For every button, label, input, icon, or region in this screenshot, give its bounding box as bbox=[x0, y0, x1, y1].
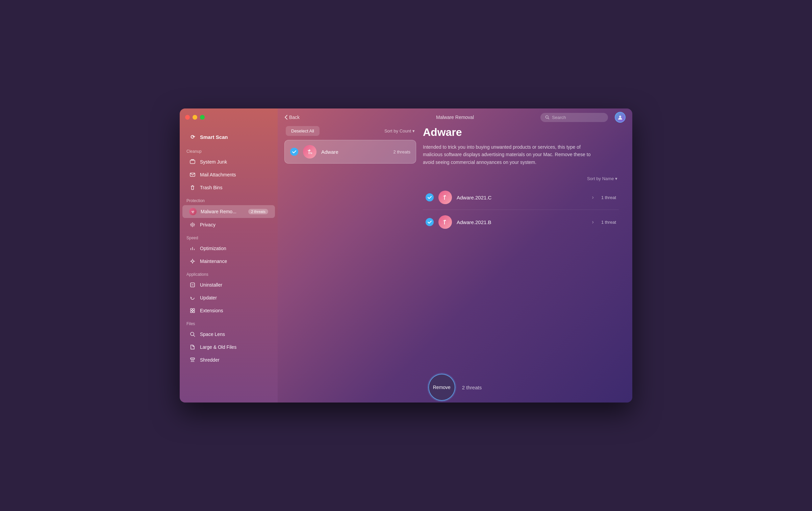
section-label-cleanup: Cleanup bbox=[180, 145, 278, 155]
list-panel: Deselect All Sort by Count ▾ bbox=[284, 126, 416, 365]
sub-threat-adware-2021-c[interactable]: Adware.2021.C › 1 threat bbox=[423, 185, 619, 210]
fullscreen-button[interactable] bbox=[200, 115, 205, 120]
sort-by-name-button[interactable]: Sort by Name ▾ bbox=[587, 176, 617, 181]
shredder-icon bbox=[189, 357, 196, 363]
smart-scan-icon: ⟳ bbox=[189, 133, 196, 140]
sidebar-item-smart-scan[interactable]: ⟳ Smart Scan bbox=[182, 130, 275, 144]
sidebar-item-privacy[interactable]: Privacy bbox=[182, 219, 275, 231]
sidebar-item-optimization[interactable]: Optimization bbox=[182, 242, 275, 254]
sidebar-item-label: Privacy bbox=[200, 222, 215, 227]
svg-line-18 bbox=[194, 335, 195, 337]
sidebar-item-uninstaller[interactable]: Uninstaller bbox=[182, 279, 275, 291]
optimization-icon bbox=[189, 245, 196, 252]
checkbox-adware[interactable] bbox=[290, 148, 298, 156]
section-label-applications: Applications bbox=[180, 268, 278, 278]
sub-threat-adware-2021-b[interactable]: Adware.2021.B › 1 threat bbox=[423, 210, 619, 234]
svg-rect-0 bbox=[190, 160, 195, 164]
sub-threat-count-adware-2021-c: 1 threat bbox=[601, 195, 616, 200]
sidebar-item-malware-removal[interactable]: ☣ Malware Remo... 2 threats bbox=[182, 205, 275, 218]
topbar-title: Malware Removal bbox=[436, 115, 474, 120]
sidebar-item-system-junk[interactable]: System Junk bbox=[182, 156, 275, 168]
deselect-all-button[interactable]: Deselect All bbox=[286, 126, 320, 136]
svg-rect-14 bbox=[193, 309, 195, 310]
sidebar-item-mail-attachments[interactable]: Mail Attachments bbox=[182, 169, 275, 181]
bottom-bar: Remove 2 threats bbox=[278, 372, 632, 403]
sidebar-item-label: Uninstaller bbox=[200, 282, 222, 288]
sidebar-item-label: Space Lens bbox=[200, 332, 225, 337]
maintenance-icon bbox=[189, 258, 196, 265]
svg-point-17 bbox=[191, 332, 194, 336]
checkbox-adware-2021-c[interactable] bbox=[426, 193, 434, 201]
privacy-icon bbox=[189, 221, 196, 228]
content-area: Deselect All Sort by Count ▾ bbox=[278, 126, 632, 372]
sort-by-count-button[interactable]: Sort by Count ▾ bbox=[384, 128, 415, 133]
avatar-icon bbox=[617, 114, 623, 120]
adware-2021-c-icon bbox=[438, 191, 452, 204]
sub-list-toolbar: Sort by Name ▾ bbox=[423, 176, 619, 181]
section-label-files: Files bbox=[180, 317, 278, 327]
sidebar-item-large-old-files[interactable]: Large & Old Files bbox=[182, 341, 275, 353]
svg-rect-28 bbox=[311, 152, 312, 154]
threat-name-adware: Adware bbox=[321, 149, 388, 155]
sidebar-nav: ⟳ Smart Scan Cleanup System Junk bbox=[180, 126, 278, 403]
svg-point-6 bbox=[192, 260, 194, 262]
sidebar: ⟳ Smart Scan Cleanup System Junk bbox=[180, 108, 278, 403]
svg-line-20 bbox=[191, 360, 192, 362]
uninstaller-icon bbox=[189, 282, 196, 288]
threat-count-adware: 2 threats bbox=[393, 149, 410, 154]
section-label-protection: Protection bbox=[180, 194, 278, 204]
threat-item-adware[interactable]: Adware 2 threats bbox=[284, 140, 416, 164]
adware-icon bbox=[303, 145, 316, 159]
detail-panel: Adware Intended to trick you into buying… bbox=[416, 126, 626, 365]
search-icon bbox=[545, 115, 549, 120]
svg-line-25 bbox=[548, 118, 549, 119]
sub-threat-list: Adware.2021.C › 1 threat bbox=[423, 185, 619, 234]
sub-threat-count-adware-2021-b: 1 threat bbox=[601, 220, 616, 225]
sidebar-item-label: System Junk bbox=[200, 159, 227, 165]
svg-rect-19 bbox=[191, 358, 195, 359]
sidebar-item-label: Optimization bbox=[200, 246, 226, 251]
detail-description: Intended to trick you into buying unwant… bbox=[423, 143, 599, 166]
minimize-button[interactable] bbox=[193, 115, 197, 120]
sidebar-item-label: Updater bbox=[200, 295, 217, 300]
sidebar-item-shredder[interactable]: Shredder bbox=[182, 354, 275, 366]
adware-2021-b-icon bbox=[438, 215, 452, 229]
traffic-lights bbox=[185, 115, 205, 120]
app-window: ⟳ Smart Scan Cleanup System Junk bbox=[180, 108, 632, 403]
main-content: Back Malware Removal bbox=[278, 108, 632, 403]
mail-attachments-icon bbox=[189, 171, 196, 178]
large-old-files-icon bbox=[189, 344, 196, 350]
sidebar-item-label: Mail Attachments bbox=[200, 172, 236, 177]
search-input[interactable] bbox=[552, 115, 603, 120]
remove-button[interactable]: Remove bbox=[428, 374, 455, 401]
malware-removal-icon: ☣ bbox=[189, 208, 197, 215]
sidebar-item-maintenance[interactable]: Maintenance bbox=[182, 255, 275, 267]
sidebar-item-label: Malware Remo... bbox=[201, 209, 236, 214]
svg-rect-15 bbox=[191, 311, 192, 313]
chevron-right-icon: › bbox=[592, 194, 594, 200]
chevron-right-icon-2: › bbox=[592, 219, 594, 225]
sidebar-item-extensions[interactable]: Extensions bbox=[182, 305, 275, 317]
back-button[interactable]: Back bbox=[284, 115, 300, 120]
sidebar-item-label: Trash Bins bbox=[200, 185, 222, 190]
checkbox-adware-2021-b[interactable] bbox=[426, 218, 434, 226]
close-button[interactable] bbox=[185, 115, 190, 120]
sub-threat-name-adware-2021-b: Adware.2021.B bbox=[457, 219, 587, 225]
svg-rect-13 bbox=[191, 309, 192, 310]
svg-point-26 bbox=[619, 116, 621, 118]
sidebar-item-updater[interactable]: Updater bbox=[182, 292, 275, 304]
sidebar-item-label: Extensions bbox=[200, 308, 223, 313]
detail-title: Adware bbox=[423, 126, 619, 139]
back-label: Back bbox=[289, 115, 300, 120]
sub-threat-name-adware-2021-c: Adware.2021.C bbox=[457, 195, 587, 200]
section-label-speed: Speed bbox=[180, 232, 278, 242]
svg-rect-16 bbox=[193, 311, 195, 313]
sidebar-item-trash-bins[interactable]: Trash Bins bbox=[182, 181, 275, 194]
sidebar-item-space-lens[interactable]: Space Lens bbox=[182, 328, 275, 340]
remove-threat-count: 2 threats bbox=[462, 385, 482, 390]
malware-badge: 2 threats bbox=[248, 209, 268, 214]
trash-bins-icon bbox=[189, 184, 196, 191]
topbar: Back Malware Removal bbox=[278, 108, 632, 126]
search-box[interactable] bbox=[540, 113, 608, 122]
avatar-button[interactable] bbox=[615, 112, 626, 123]
